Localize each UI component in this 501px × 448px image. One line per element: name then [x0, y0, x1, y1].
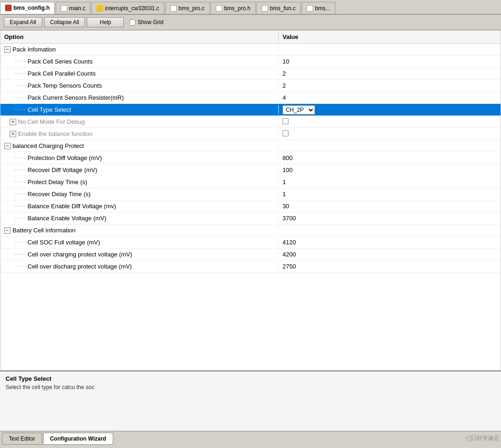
tab-icon-bms-fun-c: [262, 5, 268, 12]
description-panel: Cell Type Select Select the cell type fo…: [0, 371, 501, 431]
row-cell-over-discharg[interactable]: ···· Cell over discharg protect voltage …: [0, 261, 501, 273]
show-grid-checkbox[interactable]: [129, 19, 135, 26]
svg-point-1: [470, 435, 476, 440]
row-balance-enable-diff[interactable]: ···· Balance Enable Diff Voltage (mv) 30: [0, 200, 501, 212]
property-grid: Option Value − Pack Infomation ···· Pack…: [0, 30, 501, 371]
section-battery-cell-info[interactable]: − Battery Cell Information: [0, 224, 501, 237]
tab-icon-bms-more: [307, 5, 313, 12]
svg-point-2: [468, 438, 469, 439]
tab-bms-config-h[interactable]: bms_config.h: [0, 2, 55, 14]
row-protect-delay-time[interactable]: ···· Protect Delay Time (s) 1: [0, 176, 501, 188]
tab-configuration-wizard[interactable]: Configuration Wizard: [43, 433, 113, 445]
grid-header: Option Value: [0, 31, 501, 44]
svg-point-3: [470, 438, 471, 439]
description-text: Select the cell type for calcu the soc: [6, 384, 495, 390]
row-protection-diff-voltage[interactable]: ···· Protection Diff Voltage (mV) 800: [0, 152, 501, 164]
svg-point-0: [466, 436, 473, 441]
tab-icon-bms-config: [5, 5, 12, 11]
tab-icon-bms-pro-c: [170, 5, 177, 12]
toolbar: Expand All Collapse All Help Show Grid: [0, 15, 501, 30]
no-cell-mode-checkbox[interactable]: [283, 118, 289, 124]
bottom-tab-bar: Text Editor Configuration Wizard 轩哥谈店: [0, 431, 501, 446]
wechat-icon: [466, 434, 477, 443]
header-option: Option: [0, 32, 279, 41]
row-pack-current-sensors[interactable]: ···· Pack Current Sensors Resister(mR) 4: [0, 92, 501, 104]
tab-bms-pro-h[interactable]: bms_pro.h: [211, 2, 256, 14]
row-recover-diff-voltage[interactable]: ···· Recover Diff Voltage (mV) 100: [0, 164, 501, 176]
collapse-all-button[interactable]: Collapse All: [44, 17, 85, 27]
expand-pack-info-icon[interactable]: −: [4, 46, 11, 53]
tab-main-c[interactable]: main.c: [56, 2, 90, 14]
enable-balance-checkbox[interactable]: [283, 130, 289, 136]
section-pack-information[interactable]: − Pack Infomation: [0, 44, 501, 56]
row-pack-temp-sensors[interactable]: ···· Pack Temp Sensors Counts 2: [0, 80, 501, 92]
expand-no-cell-icon[interactable]: +: [10, 119, 16, 125]
bottom-right-area: 轩哥谈店: [466, 434, 499, 443]
svg-point-5: [474, 437, 475, 438]
main-content: Option Value − Pack Infomation ···· Pack…: [0, 30, 501, 431]
tab-icon-main: [61, 5, 67, 12]
tab-bar: bms_config.h main.c interrupts_cw32l031.…: [0, 0, 501, 15]
section-balanced-charging[interactable]: − balanced Charging Protect: [0, 140, 501, 152]
expand-all-button[interactable]: Expand All: [4, 17, 42, 27]
tab-text-editor[interactable]: Text Editor: [2, 433, 42, 445]
row-cell-over-charging[interactable]: ···· Cell over charging protect voltage …: [0, 249, 501, 261]
tab-icon-interrupts: [96, 5, 103, 12]
svg-point-4: [472, 437, 473, 438]
tab-bms-fun-c[interactable]: bms_fun.c: [257, 2, 301, 14]
row-pack-cell-parallel[interactable]: ···· Pack Cell Parallel Counts 2: [0, 68, 501, 80]
tab-bms-pro-c[interactable]: bms_pro.c: [165, 2, 210, 14]
row-balance-enable-voltage[interactable]: ···· Balance Enable Voltage (mV) 3700: [0, 212, 501, 224]
row-cell-soc-full[interactable]: ···· Cell SOC Full voltage (mV) 4120: [0, 237, 501, 249]
cell-type-select-dropdown[interactable]: CH_2P CH_1P LFP_2P: [283, 105, 315, 115]
show-grid-label: Show Grid: [129, 19, 163, 26]
tab-bms-more[interactable]: bms...: [302, 2, 335, 14]
row-cell-type-select[interactable]: ···· Cell Type Select CH_2P CH_1P LFP_2P: [0, 104, 501, 116]
row-enable-balance[interactable]: + Enable the balance function: [0, 128, 501, 140]
tab-icon-bms-pro-h: [216, 5, 222, 12]
row-recover-delay-time[interactable]: ···· Recover Delay Time (s) 1: [0, 188, 501, 200]
description-title: Cell Type Select: [6, 375, 495, 382]
watermark-text: 轩哥谈店: [466, 434, 499, 443]
tab-interrupts[interactable]: interrupts_cw32l031.c: [91, 2, 164, 14]
expand-balanced-charging-icon[interactable]: −: [4, 143, 11, 149]
row-pack-cell-series[interactable]: ···· Pack Cell Series Counts 10: [0, 56, 501, 68]
row-no-cell-mode[interactable]: + No Cell Mode For Debug: [0, 116, 501, 128]
header-value: Value: [279, 32, 501, 41]
expand-balance-icon[interactable]: +: [10, 131, 16, 137]
help-button[interactable]: Help: [87, 17, 124, 27]
expand-battery-cell-icon[interactable]: −: [4, 227, 11, 234]
